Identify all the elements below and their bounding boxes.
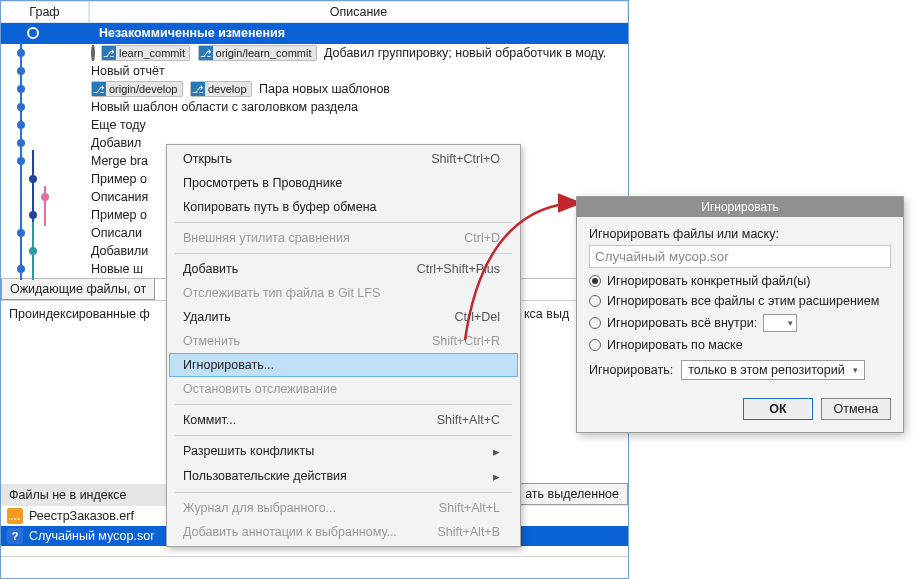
- branch-icon: ⎇: [102, 46, 116, 60]
- dialog-title: Игнорировать: [577, 197, 903, 217]
- menu-open[interactable]: ОткрытьShift+Ctrl+O: [169, 147, 518, 171]
- ignore-option-specific-file[interactable]: Игнорировать конкретный файл(ы): [589, 274, 891, 288]
- uncommitted-changes-label: Незакоммиченные изменения: [99, 26, 285, 40]
- folder-combo[interactable]: ▾: [763, 314, 797, 332]
- radio-icon: [589, 275, 601, 287]
- commit-row[interactable]: Новый отчёт: [1, 62, 628, 80]
- branch-badge[interactable]: ⎇learn_commit: [101, 45, 190, 61]
- cancel-button[interactable]: Отмена: [821, 398, 891, 420]
- ignore-option-mask[interactable]: Игнорировать по маске: [589, 338, 891, 352]
- commit-row[interactable]: Еще тоду: [1, 116, 628, 134]
- unindexed-files-label: Файлы не в индексе: [9, 488, 127, 502]
- menu-resolve-conflicts[interactable]: Разрешить конфликты▸: [169, 439, 518, 464]
- pending-files-label[interactable]: Ожидающие файлы, от: [1, 279, 155, 300]
- commit-row[interactable]: ⎇origin/develop ⎇develop Пара новых шабл…: [1, 80, 628, 98]
- ignore-option-inside[interactable]: Игнорировать всё внутри:▾: [589, 314, 891, 332]
- scope-label: Игнорировать:: [589, 363, 673, 377]
- menu-stop-tracking: Остановить отслеживание: [169, 377, 518, 401]
- chevron-down-icon: ▾: [788, 318, 793, 328]
- uncommitted-dot-icon: [27, 27, 39, 39]
- branch-icon: ⎇: [92, 82, 106, 96]
- chevron-right-icon: ▸: [493, 444, 500, 459]
- radio-icon: [589, 317, 601, 329]
- chevron-right-icon: ▸: [493, 469, 500, 484]
- menu-custom-actions[interactable]: Пользовательские действия▸: [169, 464, 518, 489]
- chevron-down-icon: ▾: [853, 365, 858, 375]
- mask-label: Игнорировать файлы или маску:: [589, 227, 891, 241]
- menu-separator: [175, 492, 512, 493]
- branch-badge[interactable]: ⎇origin/develop: [91, 81, 183, 97]
- ignore-option-extension[interactable]: Игнорировать все файлы с этим расширение…: [589, 294, 891, 308]
- radio-icon: [589, 295, 601, 307]
- commit-row[interactable]: Новый шаблон области с заголовком раздел…: [1, 98, 628, 116]
- head-marker-icon: [91, 45, 95, 61]
- commit-message: Добавил группировку; новый обработчик в …: [324, 46, 606, 60]
- menu-ignore[interactable]: Игнорировать...: [169, 353, 518, 377]
- file-name: РеестрЗаказов.erf: [29, 509, 134, 523]
- branch-icon: ⎇: [191, 82, 205, 96]
- file-unknown-icon: ?: [7, 528, 23, 544]
- mask-input[interactable]: [589, 245, 891, 268]
- ok-button[interactable]: ОК: [743, 398, 813, 420]
- branch-badge[interactable]: ⎇origin/learn_commit: [198, 45, 317, 61]
- commit-row[interactable]: ⎇learn_commit ⎇origin/learn_commit Добав…: [1, 44, 628, 62]
- scope-combo[interactable]: только в этом репозиторий▾: [681, 360, 865, 380]
- branch-icon: ⎇: [199, 46, 213, 60]
- uncommitted-changes-row[interactable]: Незакоммиченные изменения: [1, 23, 628, 44]
- branch-badge[interactable]: ⎇develop: [190, 81, 252, 97]
- commit-message: Еще тоду: [89, 118, 628, 132]
- file-status-icon: …: [7, 508, 23, 524]
- stage-selected-button[interactable]: ать выделенное: [516, 483, 628, 505]
- column-header-graph[interactable]: Граф: [1, 1, 89, 23]
- menu-commit[interactable]: Коммит...Shift+Alt+C: [169, 408, 518, 432]
- indexed-files-label: Проиндексированные ф: [9, 307, 150, 321]
- commit-message: Пара новых шаблонов: [259, 82, 390, 96]
- ignore-dialog: Игнорировать Игнорировать файлы или маск…: [576, 196, 904, 433]
- menu-separator: [175, 404, 512, 405]
- menu-log-selected: Журнал для выбранного...Shift+Alt+L: [169, 496, 518, 520]
- menu-separator: [175, 435, 512, 436]
- commit-message: Новый шаблон области с заголовком раздел…: [89, 100, 628, 114]
- menu-blame: Добавить аннотации к выбранному...Shift+…: [169, 520, 518, 544]
- radio-icon: [589, 339, 601, 351]
- column-header-description[interactable]: Описание: [89, 1, 628, 23]
- file-name: Случайный мусор.sor: [29, 529, 154, 543]
- commit-message: Новый отчёт: [89, 64, 628, 78]
